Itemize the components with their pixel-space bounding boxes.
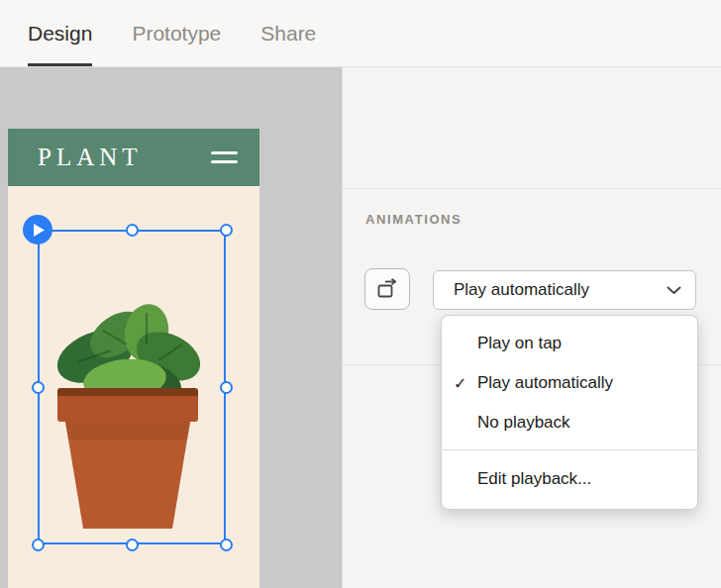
selection-bounding-box[interactable] — [38, 230, 226, 544]
playback-dropdown[interactable]: Play automatically — [433, 270, 696, 310]
panel-section-divider — [343, 188, 721, 189]
design-canvas[interactable]: PLANT — [0, 67, 342, 588]
check-icon: ✓ — [454, 374, 466, 393]
selection-handle-top-mid[interactable] — [126, 224, 139, 237]
menu-item-edit-playback[interactable]: Edit playback... — [442, 457, 697, 501]
playback-dropdown-value: Play automatically — [454, 280, 589, 300]
animations-section-title: ANIMATIONS — [365, 212, 462, 227]
tab-prototype[interactable]: Prototype — [132, 0, 221, 66]
selection-handle-bottom-left[interactable] — [32, 539, 45, 551]
menu-item-play-on-tap[interactable]: Play on tap — [442, 324, 697, 363]
selection-handle-mid-left[interactable] — [32, 381, 45, 394]
menu-item-play-automatically[interactable]: ✓ Play automatically — [442, 363, 697, 403]
animation-trigger-button[interactable] — [364, 268, 410, 310]
top-tab-bar: Design Prototype Share — [0, 0, 721, 67]
play-trigger-icon — [375, 278, 399, 300]
chevron-down-icon — [667, 286, 681, 295]
play-icon — [33, 223, 46, 238]
tab-share[interactable]: Share — [260, 0, 316, 66]
playback-menu: Play on tap ✓ Play automatically No play… — [441, 315, 698, 510]
selection-handle-top-right[interactable] — [220, 224, 233, 237]
artboard-header: PLANT — [8, 129, 259, 186]
selection-handle-bottom-right[interactable] — [220, 539, 233, 551]
inspector-panel: ANIMATIONS Play automatically Play on ta… — [342, 67, 721, 588]
hamburger-menu-icon — [211, 151, 238, 163]
app-window: Design Prototype Share PLANT — [0, 0, 721, 588]
artboard-title: PLANT — [38, 144, 143, 171]
tab-design[interactable]: Design — [28, 0, 92, 66]
menu-divider — [442, 449, 697, 450]
content-area: PLANT — [0, 67, 721, 588]
selection-handle-mid-right[interactable] — [220, 381, 233, 394]
play-animation-badge[interactable] — [23, 215, 52, 245]
selection-handle-bottom-mid[interactable] — [126, 539, 139, 551]
menu-item-no-playback[interactable]: No playback — [442, 403, 697, 442]
